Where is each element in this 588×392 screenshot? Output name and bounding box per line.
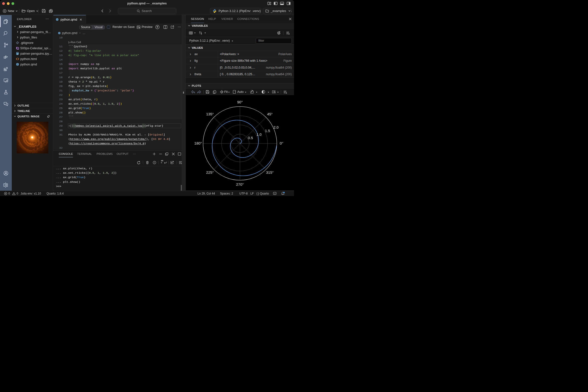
svg-text:225°: 225° (206, 170, 214, 175)
svg-text:0.5: 0.5 (248, 136, 253, 140)
svg-text:180°: 180° (194, 141, 202, 145)
svg-text:270°: 270° (236, 182, 244, 186)
svg-text:45°: 45° (267, 112, 273, 116)
svg-text:2.0: 2.0 (274, 125, 278, 129)
svg-text:1.5: 1.5 (265, 128, 270, 133)
svg-text:0°: 0° (280, 141, 283, 145)
svg-text:90°: 90° (237, 100, 243, 104)
svg-text:1.0: 1.0 (256, 132, 262, 136)
svg-text:315°: 315° (266, 170, 274, 175)
svg-text:135°: 135° (206, 112, 214, 116)
